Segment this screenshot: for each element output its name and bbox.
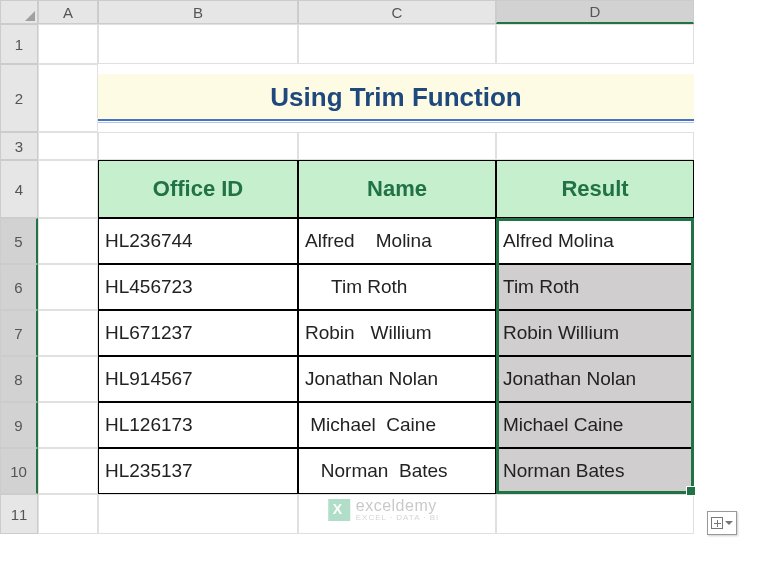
watermark-main: exceldemy: [356, 498, 440, 514]
cell-A1[interactable]: [38, 24, 98, 64]
row-header-8[interactable]: 8: [0, 356, 38, 402]
row-header-10[interactable]: 10: [0, 448, 38, 494]
select-all-corner[interactable]: [0, 0, 38, 24]
cell-name[interactable]: Michael Caine: [298, 402, 496, 448]
row-header-4[interactable]: 4: [0, 160, 38, 218]
cell-name[interactable]: Tim Roth: [298, 264, 496, 310]
cell-name[interactable]: Alfred Molina: [298, 218, 496, 264]
row-header-7[interactable]: 7: [0, 310, 38, 356]
row-header-2[interactable]: 2: [0, 64, 38, 132]
row-header-3[interactable]: 3: [0, 132, 38, 160]
cell-result[interactable]: Jonathan Nolan: [496, 356, 694, 402]
table-header-name[interactable]: Name: [298, 160, 496, 218]
cell-B1[interactable]: [98, 24, 298, 64]
row-header-1[interactable]: 1: [0, 24, 38, 64]
row-header-6[interactable]: 6: [0, 264, 38, 310]
autofill-icon: [711, 517, 723, 529]
page-title: Using Trim Function: [98, 74, 694, 119]
row-header-9[interactable]: 9: [0, 402, 38, 448]
cell-A8[interactable]: [38, 356, 98, 402]
table-header-office-id[interactable]: Office ID: [98, 160, 298, 218]
cell-result[interactable]: Robin Willium: [496, 310, 694, 356]
cell-office-id[interactable]: HL236744: [98, 218, 298, 264]
cell-A4[interactable]: [38, 160, 98, 218]
cell-B3[interactable]: [98, 132, 298, 160]
cell-C3[interactable]: [298, 132, 496, 160]
spreadsheet-grid[interactable]: A B C D 1 2 3 4 5 6 7 8 9 10 11 Using Tr…: [0, 0, 767, 534]
cell-A7[interactable]: [38, 310, 98, 356]
cell-result[interactable]: Michael Caine: [496, 402, 694, 448]
cell-office-id[interactable]: HL126173: [98, 402, 298, 448]
col-header-A[interactable]: A: [38, 0, 98, 24]
watermark-sub: EXCEL · DATA · BI: [356, 514, 440, 522]
title-underline: [98, 119, 694, 123]
col-header-D[interactable]: D: [496, 0, 694, 24]
cell-name[interactable]: Norman Bates: [298, 448, 496, 494]
cell-office-id[interactable]: HL456723: [98, 264, 298, 310]
excel-icon: [328, 499, 350, 521]
col-header-C[interactable]: C: [298, 0, 496, 24]
cell-A5[interactable]: [38, 218, 98, 264]
cell-office-id[interactable]: HL235137: [98, 448, 298, 494]
cell-A3[interactable]: [38, 132, 98, 160]
cell-A2[interactable]: [38, 64, 98, 132]
cell-A9[interactable]: [38, 402, 98, 448]
cell-B11[interactable]: [98, 494, 298, 534]
cell-result[interactable]: Norman Bates: [496, 448, 694, 494]
table-header-result[interactable]: Result: [496, 160, 694, 218]
cell-name[interactable]: Jonathan Nolan: [298, 356, 496, 402]
watermark: exceldemy EXCEL · DATA · BI: [328, 498, 440, 522]
col-header-B[interactable]: B: [98, 0, 298, 24]
cell-D11[interactable]: [496, 494, 694, 534]
title-cell[interactable]: Using Trim Function: [98, 64, 694, 132]
cell-D3[interactable]: [496, 132, 694, 160]
cell-A10[interactable]: [38, 448, 98, 494]
row-header-5[interactable]: 5: [0, 218, 38, 264]
cell-office-id[interactable]: HL914567: [98, 356, 298, 402]
cell-C1[interactable]: [298, 24, 496, 64]
autofill-options-button[interactable]: [707, 511, 737, 535]
cell-office-id[interactable]: HL671237: [98, 310, 298, 356]
row-header-11[interactable]: 11: [0, 494, 38, 534]
chevron-down-icon: [725, 521, 733, 525]
cell-result[interactable]: Tim Roth: [496, 264, 694, 310]
cell-A6[interactable]: [38, 264, 98, 310]
cell-A11[interactable]: [38, 494, 98, 534]
cell-D1[interactable]: [496, 24, 694, 64]
cell-name[interactable]: Robin Willium: [298, 310, 496, 356]
cell-result[interactable]: Alfred Molina: [496, 218, 694, 264]
